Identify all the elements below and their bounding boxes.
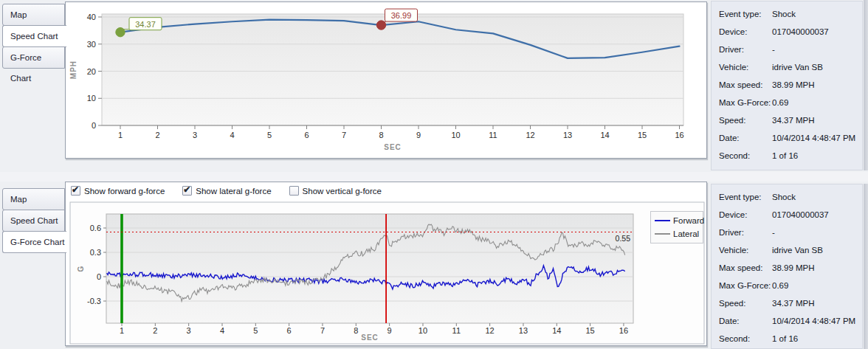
svg-text:2: 2 (153, 326, 157, 335)
tab-g-force-chart[interactable]: G-Force Chart (2, 231, 66, 253)
info-value-max-gforce: 0.69 (772, 97, 788, 108)
info-value-max-speed: 38.99 MPH (772, 262, 815, 274)
info-row-date: Date:10/4/2014 4:48:47 PM (719, 129, 862, 147)
svg-text:8: 8 (354, 326, 358, 335)
svg-text:0: 0 (97, 272, 101, 281)
tab-map[interactable]: Map (2, 4, 65, 26)
info-label-max-speed: Max speed: (719, 79, 772, 91)
svg-text:0: 0 (92, 121, 96, 130)
splitter-handle-bottom[interactable] (864, 184, 868, 349)
svg-text:5: 5 (267, 131, 272, 139)
svg-text:16: 16 (619, 326, 628, 335)
checkbox-box[interactable]: ✔ (71, 186, 80, 196)
info-value-device: 017040000037 (772, 209, 829, 221)
gforce-chart[interactable]: -0.300.30.612345678910111213141516SECG0.… (66, 182, 708, 347)
info-label-driver: Driver: (719, 44, 772, 55)
tab-map[interactable]: Map (2, 188, 65, 210)
speed-section-tabstrip: MapSpeed ChartG-Force Chart (2, 4, 65, 69)
info-label-max-speed: Max speed: (719, 262, 772, 274)
svg-text:1: 1 (118, 131, 123, 139)
svg-text:13: 13 (563, 131, 572, 139)
info-row-event-type: Event type:Shock (719, 5, 862, 23)
svg-text:11: 11 (452, 326, 461, 335)
checkbox-box[interactable]: ✔ (182, 186, 192, 196)
svg-text:-0.3: -0.3 (87, 297, 101, 305)
info-row-event-type: Event type:Shock (719, 188, 862, 206)
svg-text:12: 12 (486, 326, 495, 335)
svg-text:0.6: 0.6 (90, 224, 101, 232)
info-label-date: Date: (719, 315, 772, 327)
legend-line-sample (655, 233, 670, 235)
event-viewer-window: MapSpeed ChartG-Force Chart 010203040123… (0, 0, 868, 349)
svg-text:9: 9 (388, 326, 392, 335)
svg-text:10: 10 (418, 326, 427, 335)
tab-speed-chart[interactable]: Speed Chart (2, 210, 65, 232)
svg-text:14: 14 (600, 131, 609, 139)
checkbox-label: Show forward g-force (84, 187, 165, 196)
svg-text:13: 13 (519, 326, 528, 335)
event-info-panel-top: Event type:ShockDevice:017040000037Drive… (711, 1, 863, 170)
svg-text:12: 12 (526, 131, 534, 139)
info-value-event-type: Shock (772, 8, 796, 20)
svg-text:36.99: 36.99 (391, 11, 412, 20)
svg-text:MPH: MPH (69, 61, 78, 79)
legend-line-sample (655, 220, 670, 221)
event-second-marker[interactable] (376, 21, 385, 30)
gforce-chart-panel: ✔Show forward g-force✔Show lateral g-for… (65, 182, 707, 346)
legend-label: Lateral (673, 229, 699, 238)
info-row-max-gforce: Max G-Force:0.69 (719, 94, 862, 111)
legend-item-lateral: Lateral (655, 227, 699, 241)
svg-text:4: 4 (220, 326, 224, 335)
tab-g-force-chart[interactable]: G-Force Chart (2, 46, 65, 69)
info-value-device: 017040000037 (772, 26, 829, 38)
info-label-speed: Speed: (719, 297, 772, 309)
checkbox-show-vertical-g-force[interactable]: Show vertical g-force (289, 186, 382, 196)
info-row-device: Device:017040000037 (719, 23, 862, 41)
checkbox-label: Show vertical g-force (303, 187, 382, 196)
checkbox-label: Show lateral g-force (196, 187, 271, 196)
svg-text:10: 10 (451, 131, 460, 139)
info-label-device: Device: (719, 209, 772, 221)
info-label-second: Second: (719, 150, 772, 162)
section-divider (0, 172, 868, 182)
checkbox-show-lateral-g-force[interactable]: ✔Show lateral g-force (182, 186, 271, 196)
svg-text:20: 20 (87, 67, 96, 76)
info-value-second: 1 of 16 (772, 150, 798, 162)
splitter-handle-top[interactable] (864, 0, 868, 170)
svg-text:16: 16 (675, 131, 683, 139)
speed-chart-panel: 01020304012345678910111213141516SECMPH34… (65, 1, 707, 159)
info-label-max-gforce: Max G-Force: (719, 280, 772, 291)
info-label-max-gforce: Max G-Force: (719, 97, 772, 108)
info-label-event-type: Event type: (719, 191, 772, 203)
svg-text:7: 7 (342, 131, 346, 139)
gforce-legend: ForwardLateral (650, 211, 703, 243)
info-value-max-gforce: 0.69 (772, 280, 788, 291)
svg-text:G: G (77, 266, 85, 272)
speed-chart[interactable]: 01020304012345678910111213141516SECMPH34… (66, 2, 708, 159)
svg-text:7: 7 (320, 326, 325, 335)
info-row-speed: Speed:34.37 MPH (719, 294, 862, 312)
svg-text:2: 2 (155, 131, 159, 139)
tab-speed-chart[interactable]: Speed Chart (2, 25, 66, 47)
start-second-marker[interactable] (116, 27, 125, 36)
info-row-speed: Speed:34.37 MPH (719, 111, 862, 129)
svg-text:40: 40 (87, 13, 96, 21)
svg-text:SEC: SEC (384, 143, 402, 151)
svg-text:14: 14 (552, 326, 561, 335)
info-label-event-type: Event type: (719, 8, 772, 20)
info-value-speed: 34.37 MPH (772, 114, 815, 126)
svg-text:30: 30 (87, 40, 96, 49)
info-row-max-gforce: Max G-Force:0.69 (719, 277, 862, 294)
svg-text:15: 15 (638, 131, 647, 139)
checkbox-box[interactable] (289, 186, 299, 196)
checkbox-show-forward-g-force[interactable]: ✔Show forward g-force (71, 186, 165, 196)
svg-text:3: 3 (187, 326, 191, 335)
info-row-vehicle: Vehicle:idrive Van SB (719, 58, 862, 76)
svg-text:11: 11 (489, 131, 497, 139)
svg-text:9: 9 (416, 131, 421, 139)
svg-text:0.3: 0.3 (90, 248, 101, 257)
info-row-max-speed: Max speed:38.99 MPH (719, 259, 862, 277)
event-info-panel-bottom: Event type:ShockDevice:017040000037Drive… (711, 184, 863, 349)
info-row-device: Device:017040000037 (719, 206, 862, 224)
info-label-device: Device: (719, 26, 772, 38)
